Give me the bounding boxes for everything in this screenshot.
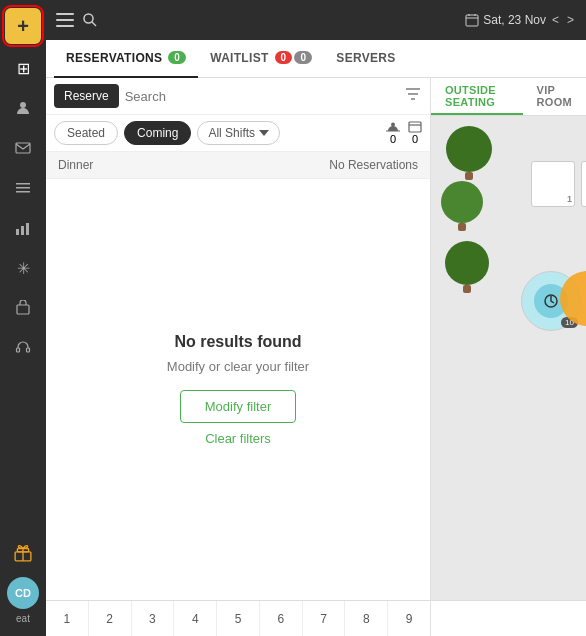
svg-rect-18: [466, 15, 478, 26]
svg-rect-27: [409, 122, 421, 132]
svg-line-17: [92, 22, 96, 26]
floor-footer: [431, 600, 586, 636]
sidebar: + ⊞ ✳ CD eat: [0, 0, 46, 636]
sidebar-item-gift[interactable]: [5, 535, 41, 571]
page-tab-9[interactable]: 9: [388, 601, 430, 636]
waitlist-badge1: 0: [275, 51, 293, 64]
sidebar-item-person[interactable]: [5, 90, 41, 126]
svg-rect-7: [26, 223, 29, 235]
sidebar-item-chart[interactable]: [5, 210, 41, 246]
filter-icon[interactable]: [404, 86, 422, 106]
nav-prev[interactable]: <: [550, 13, 561, 27]
clear-filters-button[interactable]: Clear filters: [205, 431, 271, 446]
section-header: Dinner No Reservations: [46, 152, 430, 179]
avatar[interactable]: CD: [7, 577, 39, 609]
page-tab-8[interactable]: 8: [345, 601, 388, 636]
empty-state: No results found Modify or clear your fi…: [46, 179, 430, 600]
avatar-initials: CD: [15, 587, 31, 599]
nav-tabs: RESERVATIONS 0 WAITLIST 0 0 SERVERS: [46, 40, 586, 78]
sidebar-item-star[interactable]: ✳: [5, 250, 41, 286]
page-tab-3[interactable]: 3: [132, 601, 175, 636]
floor-tab-vip[interactable]: VIP ROOM: [523, 78, 586, 115]
empty-subtitle: Modify or clear your filter: [167, 359, 309, 374]
search-bar: Reserve: [46, 78, 430, 115]
plus-icon: +: [17, 15, 29, 38]
topbar-date: Sat, 23 Nov: [483, 13, 546, 27]
page-tab-1[interactable]: 1: [46, 601, 89, 636]
svg-point-16: [84, 14, 93, 23]
reservations-count: 0: [408, 121, 422, 145]
svg-rect-4: [16, 191, 30, 193]
tab-reservations[interactable]: RESERVATIONS 0: [54, 40, 198, 78]
filter-row: Seated Coming All Shifts 0 0: [46, 115, 430, 152]
tree-3: [445, 241, 489, 293]
floor-tabs: OUTSIDE SEATING VIP ROOM: [431, 78, 586, 116]
svg-point-25: [391, 123, 395, 127]
topbar-right: Sat, 23 Nov < >: [465, 13, 576, 27]
tab-waitlist[interactable]: WAITLIST 0 0: [198, 40, 324, 78]
section-label: Dinner: [58, 158, 93, 172]
sidebar-item-mail[interactable]: [5, 130, 41, 166]
svg-rect-14: [56, 19, 74, 21]
tree-1: [446, 126, 492, 180]
svg-rect-3: [16, 187, 30, 189]
seated-filter[interactable]: Seated: [54, 121, 118, 145]
page-tab-7[interactable]: 7: [303, 601, 346, 636]
reservations-val: 0: [412, 133, 418, 145]
hamburger-icon[interactable]: [56, 13, 74, 27]
svg-rect-6: [21, 226, 24, 235]
page-tab-6[interactable]: 6: [260, 601, 303, 636]
coming-filter[interactable]: Coming: [124, 121, 191, 145]
svg-point-0: [20, 102, 26, 108]
right-panel: OUTSIDE SEATING VIP ROOM: [431, 78, 586, 636]
waitlist-badge2: 0: [294, 51, 312, 64]
topbar-left: [56, 12, 98, 28]
search-topbar-icon[interactable]: [82, 12, 98, 28]
floor-map: 1 2 10: [431, 116, 586, 600]
covers-val: 0: [390, 133, 396, 145]
page-tab-5[interactable]: 5: [217, 601, 260, 636]
section-status: No Reservations: [329, 158, 418, 172]
page-tab-4[interactable]: 4: [174, 601, 217, 636]
shift-select[interactable]: All Shifts: [197, 121, 280, 145]
covers-count: 0: [386, 121, 400, 145]
sidebar-bottom: CD eat: [5, 533, 41, 632]
sidebar-item-box[interactable]: [5, 290, 41, 326]
svg-rect-15: [56, 25, 74, 27]
sidebar-item-list[interactable]: [5, 170, 41, 206]
add-button[interactable]: +: [5, 8, 41, 44]
tree-2: [441, 181, 483, 231]
table-1[interactable]: 1: [531, 161, 575, 207]
content-area: Reserve Seated Coming All Shifts: [46, 78, 586, 636]
main-content: Sat, 23 Nov < > RESERVATIONS 0 WAITLIST …: [46, 0, 586, 636]
left-panel: Reserve Seated Coming All Shifts: [46, 78, 431, 636]
sidebar-item-headset[interactable]: [5, 330, 41, 366]
svg-rect-5: [16, 229, 19, 235]
svg-rect-9: [17, 348, 20, 352]
search-input[interactable]: [125, 89, 398, 104]
topbar: Sat, 23 Nov < >: [46, 0, 586, 40]
page-tab-2[interactable]: 2: [89, 601, 132, 636]
floor-tab-outside[interactable]: OUTSIDE SEATING: [431, 78, 523, 115]
table-2[interactable]: 2: [581, 161, 586, 207]
waitlist-badges: 0 0: [275, 51, 313, 64]
svg-rect-8: [17, 305, 29, 314]
calendar-icon: [465, 13, 479, 27]
svg-rect-10: [27, 348, 30, 352]
tab-servers[interactable]: SERVERS: [324, 40, 407, 78]
sidebar-item-grid[interactable]: ⊞: [5, 50, 41, 86]
modify-filter-button[interactable]: Modify filter: [180, 390, 296, 423]
svg-rect-13: [56, 13, 74, 15]
svg-rect-2: [16, 183, 30, 185]
eat-label: eat: [16, 613, 30, 624]
reserve-button[interactable]: Reserve: [54, 84, 119, 108]
page-tabs: 123456789: [46, 600, 430, 636]
empty-title: No results found: [174, 333, 301, 351]
count-group: 0 0: [386, 121, 422, 145]
svg-rect-1: [16, 143, 30, 153]
table-1-number: 1: [567, 194, 572, 204]
reservations-badge: 0: [168, 51, 186, 64]
nav-next[interactable]: >: [565, 13, 576, 27]
